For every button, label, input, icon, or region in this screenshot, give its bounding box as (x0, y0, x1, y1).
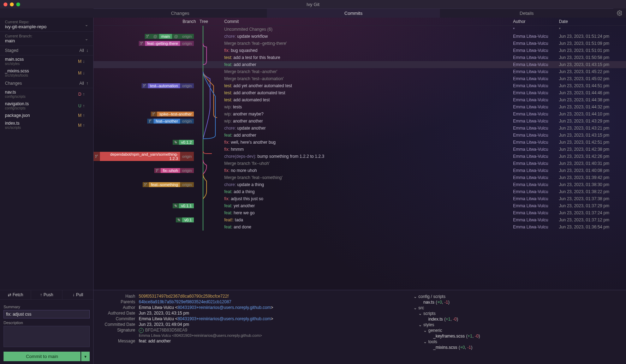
commit-row[interactable]: v0.1.2fix: well, here's another bugEmma … (94, 139, 626, 146)
commit-row[interactable]: dependabot/npm_and_yarn/something-1.2.3o… (94, 153, 626, 160)
push-button[interactable]: ↑Push (31, 290, 62, 299)
commit-row[interactable]: v0.1feat!: tadaEmma Litwa-VulcuJun 23, 2… (94, 216, 626, 223)
commit-date: Jun 23, 2023, 01:39:42 pm (559, 175, 626, 180)
commit-row[interactable]: Merge branch 'fix--uhoh'Emma Litwa-Vulcu… (94, 160, 626, 167)
file-row[interactable]: navigation.tsconfig/scriptsU↑ (0, 100, 93, 112)
branch-badge[interactable]: feat--another (154, 119, 180, 124)
maximize-window-button[interactable] (16, 2, 20, 6)
tab-commits[interactable]: Commits (267, 8, 440, 18)
tree-file[interactable]: index.ts (+1, -0) (413, 316, 620, 322)
repo-selector[interactable]: Current Repo: ivy-git-example-repo ⌄ (0, 18, 93, 32)
commit-row[interactable]: feat: here we goEmma Litwa-VulcuJun 23, … (94, 209, 626, 216)
commit-hash[interactable]: 509f05317497bd2367d8ca60790c259bcfce722f (139, 294, 228, 299)
file-row[interactable]: package.jsonM↑ (0, 112, 93, 119)
close-window-button[interactable] (4, 2, 7, 6)
file-action-icon[interactable]: ↓ (83, 71, 88, 76)
author-email-link[interactable]: 80431903+reiniiriarios@users.noreply.git… (178, 305, 271, 310)
col-branch[interactable]: Branch (94, 19, 199, 24)
file-action-icon[interactable]: ↓ (83, 59, 88, 64)
commit-prefix: wip (224, 105, 231, 109)
settings-button[interactable] (613, 8, 626, 18)
commit-prefix: feat! (224, 217, 232, 222)
commit-row[interactable]: test: add another automated testEmma Lit… (94, 89, 626, 96)
commit-row[interactable]: chore: update anotherEmma Litwa-VulcuJun… (94, 125, 626, 132)
commit-row[interactable]: fix--uhohoriginfix: no more uhohEmma Lit… (94, 167, 626, 174)
branch-badge[interactable]: main (159, 34, 172, 39)
commit-row[interactable]: v0.1.1feat: yet anotherEmma Litwa-VulcuJ… (94, 202, 626, 209)
file-row[interactable]: _mixins.scsssrc/styles/toolsM↓ (0, 67, 93, 79)
tab-details[interactable]: Details (440, 8, 613, 18)
signature-verified-icon: ✓ (139, 328, 144, 333)
tag-badge[interactable]: v0.1.1 (179, 203, 194, 208)
tree-folder[interactable]: ⌄styles (413, 322, 620, 328)
commit-row[interactable]: Merge branch 'feat--another'Emma Litwa-V… (94, 68, 626, 75)
commit-date: Jun 23, 2023, 01:38:30 pm (559, 182, 626, 187)
tag-badge[interactable]: v0.1.2 (179, 140, 194, 145)
changes-all[interactable]: All (79, 81, 84, 86)
col-tree[interactable]: Tree (199, 19, 224, 24)
commit-row[interactable]: feat--anotheroriginwip: another anotherE… (94, 118, 626, 125)
branch-badge[interactable]: feat--something (149, 182, 180, 187)
tree-folder[interactable]: ⌄generic (413, 328, 620, 333)
branch-badge[interactable]: test--automation (148, 83, 180, 88)
commit-row[interactable]: Merge branch 'test--automation'Emma Litw… (94, 75, 626, 82)
tree-folder[interactable]: ⌄src (413, 305, 620, 311)
commit-row[interactable]: test--automationorigintest: add yet anot… (94, 82, 626, 89)
col-author[interactable]: Author (513, 19, 559, 24)
minimize-window-button[interactable] (10, 2, 14, 6)
file-row[interactable]: main.scsssrc/stylesM↓ (0, 55, 93, 67)
commit-row[interactable]: feat: add a thingEmma Litwa-VulcuJun 23,… (94, 188, 626, 195)
tree-file[interactable]: _keyframes.scss (+1, -0) (413, 333, 620, 339)
commit-row[interactable]: feat: add anotherEmma Litwa-VulcuJun 23,… (94, 132, 626, 139)
file-action-icon[interactable]: ↑ (83, 103, 88, 108)
file-status: D (77, 92, 83, 97)
svg-point-0 (619, 12, 620, 14)
summary-input[interactable] (4, 310, 90, 318)
commit-row[interactable]: fix: bug squashedEmma Litwa-VulcuJun 23,… (94, 47, 626, 54)
file-row[interactable]: nav.tsconfig/scriptsD↑ (0, 88, 93, 100)
tree-file[interactable]: _mixins.scss (+0, -1) (413, 345, 620, 350)
tag-badge[interactable]: v0.1 (182, 217, 194, 222)
repo-label: Current Repo: (5, 20, 88, 24)
commit-row[interactable]: spike--test-anotherwip: another maybe?Em… (94, 111, 626, 118)
commit-author: Emma Litwa-Vulcu (513, 133, 559, 138)
tree-folder[interactable]: ⌄config / scripts (413, 294, 620, 299)
fetch-button[interactable]: ⇄Fetch (0, 290, 31, 299)
branch-badge[interactable]: fix--uhoh (161, 168, 180, 173)
commit-button[interactable]: Commit to main (4, 352, 81, 361)
commit-row[interactable]: feat--somethingoriginchore: update a thi… (94, 181, 626, 188)
branch-badge[interactable]: dependabot/npm_and_yarn/something-1.2.3 (100, 152, 180, 161)
tree-file[interactable]: nav.ts (+0, -1) (413, 299, 620, 305)
commit-row[interactable]: feat: and doneEmma Litwa-VulcuJun 23, 20… (94, 223, 626, 231)
committer-email-link[interactable]: 80431903+reiniiriarios@users.noreply.git… (178, 316, 271, 321)
commit-row[interactable]: wip: testsEmma Litwa-VulcuJun 23, 2023, … (94, 103, 626, 111)
tab-changes[interactable]: Changes (94, 8, 267, 18)
branch-selector[interactable]: Current Branch: main ⌄ (0, 32, 93, 46)
staged-all[interactable]: All (79, 48, 84, 53)
stage-all-icon[interactable]: ↑ (86, 81, 88, 86)
pull-button[interactable]: ↓Pull (62, 290, 93, 299)
branch-badge[interactable]: feat--getting-there (145, 41, 180, 46)
file-action-icon[interactable]: ↑ (83, 113, 88, 118)
commit-row[interactable]: Merge branch 'feat--something'Emma Litwa… (94, 174, 626, 181)
col-date[interactable]: Date (559, 19, 626, 24)
commit-msg: adjust this just so (231, 196, 263, 201)
commit-dropdown-button[interactable]: ▾ (81, 352, 90, 361)
file-action-icon[interactable]: ↑ (83, 123, 88, 128)
commit-row[interactable]: test: add automated testEmma Litwa-Vulcu… (94, 96, 626, 103)
col-commit[interactable]: Commit (224, 19, 513, 24)
commit-row[interactable]: test: add a test for this featureEmma Li… (94, 54, 626, 61)
tree-folder[interactable]: ⌄scripts (413, 311, 620, 316)
branch-badge[interactable]: spike--test-another (157, 112, 194, 117)
commit-row[interactable]: feat--getting-thereoriginMerge branch 'f… (94, 40, 626, 47)
uncommitted-row[interactable]: Uncommited Changes (6) * * (94, 26, 626, 33)
file-row[interactable]: index.tssrc/scriptsM↑ (0, 119, 93, 131)
file-action-icon[interactable]: ↑ (83, 92, 88, 97)
commit-row[interactable]: feat: add anotherEmma Litwa-VulcuJun 23,… (94, 61, 626, 68)
parent-hash-link[interactable]: 64bce8a919b7a5b7929ef9803524ed021cb12087 (139, 299, 231, 304)
tree-folder[interactable]: ⌄tools (413, 339, 620, 345)
description-input[interactable] (4, 326, 90, 347)
commit-row[interactable]: fix: adjust this just soEmma Litwa-Vulcu… (94, 195, 626, 202)
commit-row[interactable]: @main@originchore: update workflowEmma L… (94, 33, 626, 40)
unstage-all-icon[interactable]: ↓ (86, 48, 88, 53)
